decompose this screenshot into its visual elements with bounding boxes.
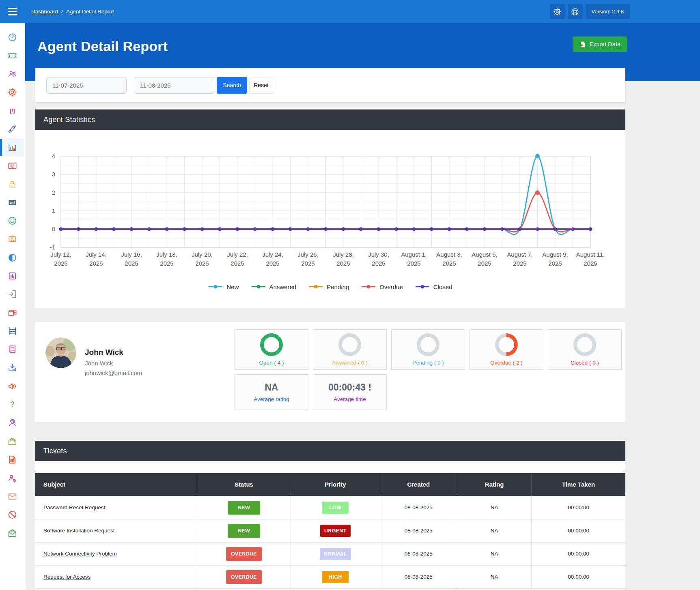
svg-text:July 12,2025: July 12,2025 <box>50 251 71 267</box>
sidebar-item-chart2[interactable] <box>0 267 25 285</box>
sidebar-item-envelope[interactable] <box>0 487 25 505</box>
column-header-priority: Priority <box>291 473 380 496</box>
legend-item-closed[interactable]: Closed <box>415 283 452 290</box>
sidebar-item-book[interactable] <box>0 340 25 358</box>
sidebar-item-archive[interactable] <box>0 303 25 322</box>
svg-text:July 24,2025: July 24,2025 <box>262 251 283 267</box>
menu-toggle-button[interactable] <box>0 0 25 23</box>
export-data-button[interactable]: Export Data <box>573 36 627 52</box>
status-donut-cards: Open ( 4 )Answered ( 0 )Pending ( 0 )Ove… <box>235 329 622 370</box>
column-header-time-taken: Time Taken <box>532 473 625 496</box>
time-taken-cell: 00:00:00 <box>532 542 625 565</box>
svg-text:ad: ad <box>10 200 15 205</box>
agent-email: johnwick@gmail.com <box>85 369 142 376</box>
metric-value: NA <box>265 382 278 393</box>
ticket-subject-link[interactable]: Software Installation Request <box>43 528 115 534</box>
legend-item-new[interactable]: New <box>208 283 239 290</box>
brush-icon <box>7 124 17 134</box>
sidebar-item-ad[interactable]: ad <box>0 193 25 212</box>
sidebar-item-envletter[interactable] <box>0 432 25 451</box>
legend-marker-icon <box>415 285 430 289</box>
stat-card-closed: Closed ( 0 ) <box>548 329 622 370</box>
stat-card-label: Closed ( 0 ) <box>571 360 599 366</box>
legend-item-overdue[interactable]: Overdue <box>361 283 403 290</box>
brackets-icon: [/] <box>7 105 17 116</box>
created-cell: 08-08-2025 <box>380 519 457 542</box>
lock-icon <box>7 179 17 189</box>
contrast-icon <box>7 253 17 263</box>
sidebar-item-users[interactable] <box>0 65 25 83</box>
svg-text:July 18,2025: July 18,2025 <box>156 251 177 267</box>
doctable-icon <box>7 455 17 465</box>
sidebar-item-envcc[interactable]: cc <box>0 524 25 542</box>
column-header-subject: Subject <box>35 473 197 496</box>
sidebar-item-signin[interactable] <box>0 285 25 303</box>
sidebar-item-download[interactable] <box>0 358 25 377</box>
ticket-subject-link[interactable]: Password Reset Request <box>43 504 105 511</box>
legend-item-answered[interactable]: Answered <box>251 283 297 290</box>
sidebar-item-usertag[interactable] <box>0 469 25 487</box>
donut-ring <box>338 333 361 356</box>
sidebar-item-abacus[interactable] <box>0 322 25 340</box>
svg-text:July 14,2025: July 14,2025 <box>86 251 107 267</box>
ticket-icon <box>7 50 17 60</box>
priority-badge: URGENT <box>320 525 351 537</box>
agent-statistics-header: Agent Statistics <box>35 109 625 130</box>
sidebar-item-barchart-active[interactable] <box>0 138 25 157</box>
stat-card-label: Pending ( 0 ) <box>412 360 444 366</box>
sidebar-item-doctable[interactable] <box>0 451 25 469</box>
reset-button[interactable]: Reset <box>249 77 273 94</box>
ticket-subject-link[interactable]: Network Connectivity Problem <box>43 551 117 557</box>
legend-marker-icon <box>308 285 323 289</box>
sidebar-item-headset[interactable] <box>0 414 25 432</box>
mailat-icon: @ <box>7 161 17 171</box>
svg-text:August 1,2025: August 1,2025 <box>401 251 426 267</box>
svg-text:3: 3 <box>52 171 55 178</box>
ad-icon: ad <box>7 197 17 208</box>
sidebar-item-speaker[interactable] <box>0 377 25 395</box>
stat-card-overdue: Overdue ( 2 ) <box>470 329 543 370</box>
time-taken-cell: 00:00:00 <box>532 565 625 588</box>
sidebar-item-ticket[interactable] <box>0 46 25 64</box>
page-title: Agent Detail Report <box>37 39 168 54</box>
speaker-icon <box>7 381 17 391</box>
tickets-table-panel: SubjectStatusPriorityCreatedRatingTime T… <box>35 461 625 590</box>
agent-statistics-chart-panel: -101234July 12,2025July 14,2025July 16,2… <box>35 130 625 308</box>
sidebar-item-contrast[interactable] <box>0 249 25 267</box>
smiley-icon <box>7 216 17 226</box>
chart2-icon <box>7 271 17 281</box>
sidebar-item-lock[interactable] <box>0 175 25 193</box>
agent-display-name: John Wick <box>85 360 142 367</box>
settings-button[interactable] <box>550 4 565 19</box>
ticket-subject-link[interactable]: Request for Access <box>43 574 90 580</box>
sidebar-item-brush[interactable] <box>0 120 25 138</box>
archive-icon <box>7 308 17 318</box>
sidebar-item-brackets[interactable]: [/] <box>0 101 25 120</box>
sidebar-nav: [/]@ad?cc <box>0 23 25 542</box>
legend-item-pending[interactable]: Pending <box>308 283 349 290</box>
sidebar-item-smiley[interactable] <box>0 212 25 230</box>
rating-cell: NA <box>457 565 532 588</box>
sidebar-item-mailat[interactable]: @ <box>0 157 25 175</box>
abacus-icon <box>7 326 17 336</box>
svg-text:July 16,2025: July 16,2025 <box>121 251 142 267</box>
sidebar-item-idbadge[interactable] <box>0 230 25 248</box>
svg-text:4: 4 <box>52 152 55 159</box>
sidebar-item-gauge[interactable] <box>0 28 25 46</box>
sidebar-item-question[interactable]: ? <box>0 395 25 414</box>
hamburger-icon <box>8 8 17 9</box>
sidebar-item-ban[interactable] <box>0 506 25 524</box>
svg-text:August 7,2025: August 7,2025 <box>507 251 532 267</box>
time-taken-cell: 00:00:00 <box>532 519 625 542</box>
search-button[interactable]: Search <box>217 77 247 94</box>
date-from-input[interactable] <box>46 77 127 94</box>
stat-card-answered: Answered ( 0 ) <box>313 329 387 370</box>
breadcrumb-dashboard-link[interactable]: Dashboard <box>31 9 58 15</box>
help-button[interactable] <box>568 4 583 19</box>
date-to-input[interactable] <box>134 77 214 94</box>
sidebar-item-gear[interactable] <box>0 83 25 101</box>
envletter-icon <box>7 436 17 446</box>
breadcrumb-separator: / <box>61 9 63 15</box>
metric-label: Average time <box>334 396 366 402</box>
status-badge: OVERDUE <box>226 547 262 561</box>
